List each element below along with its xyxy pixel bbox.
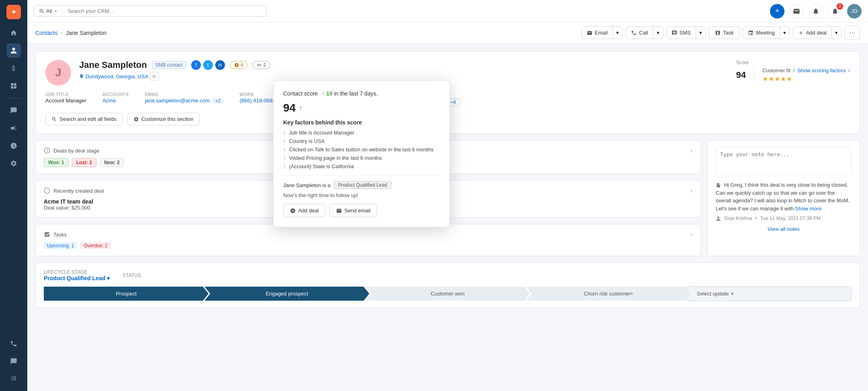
- contact-type-badge: SMB contact: [152, 61, 186, 69]
- call-action-button[interactable]: Call: [626, 27, 653, 39]
- popup-send-email-button[interactable]: Send email: [329, 204, 377, 217]
- lost-badge: Lost: 2: [72, 158, 96, 167]
- factor-5-up-icon: ↑: [283, 163, 286, 169]
- email-value[interactable]: jane.sampleton@acme.com: [145, 98, 210, 104]
- sidebar-icon-contacts[interactable]: [6, 43, 21, 58]
- stage-prospect-button[interactable]: Prospect: [44, 287, 208, 301]
- popup-pql-row: Jane Sampleton is a Product Qualified Le…: [283, 181, 440, 189]
- deals-card-arrow[interactable]: ›: [690, 147, 692, 154]
- factor-4-text: Visited Pricing page in the last 6 month…: [289, 155, 382, 161]
- sms-action-button[interactable]: SMS: [667, 27, 696, 39]
- sidebar-icon-clock[interactable]: [6, 138, 21, 153]
- stage-customer-won-button[interactable]: Customer won: [365, 287, 530, 301]
- more-actions-button[interactable]: ⋯: [845, 26, 860, 40]
- email-action-split: Email ▾: [582, 26, 623, 39]
- score-section: Score 94 Customer fit ℹ Show scoring fac…: [736, 60, 850, 83]
- recent-deal-title: Recently created deal: [53, 188, 104, 194]
- add-deal-action-button[interactable]: Add deal: [793, 27, 832, 39]
- email-action-dropdown[interactable]: ▾: [613, 27, 622, 39]
- stage-churn-risk-button[interactable]: Churn risk customer ▾: [526, 287, 691, 301]
- app-logo[interactable]: ✦: [6, 5, 21, 19]
- search-edit-button[interactable]: Search and edit all fields: [45, 113, 123, 125]
- score-stars: ★★★★★: [762, 75, 850, 83]
- popup-add-deal-button[interactable]: Add deal: [283, 204, 325, 217]
- sidebar-icon-home[interactable]: [6, 26, 21, 40]
- account-value[interactable]: Acme: [102, 98, 129, 104]
- popup-score-header: Contact score ↑ 10 in the last 7 days.: [283, 90, 440, 97]
- task-badges: Upcoming: 1 Overdue: 2: [44, 242, 692, 249]
- linkedin-icon[interactable]: in: [215, 60, 225, 70]
- email-action-label: Email: [595, 30, 608, 36]
- sidebar-icon-grid[interactable]: [6, 372, 21, 386]
- social-icons: f t in: [191, 60, 225, 70]
- meeting-action-label: Meeting: [756, 30, 774, 36]
- stage-select-dropdown[interactable]: Select update ▾: [687, 286, 852, 301]
- sidebar-icon-campaigns[interactable]: [6, 121, 21, 135]
- show-more-link[interactable]: Show more: [795, 206, 822, 212]
- meeting-action-button[interactable]: Meeting: [743, 27, 780, 39]
- view-all-notes-link[interactable]: View all notes: [716, 226, 852, 232]
- lifecycle-card: Lifecycle stage Product Qualified Lead ▾…: [35, 263, 860, 308]
- note-meta: Gopi Krishna • Tue 11 May, 2021 07:38 PM: [716, 216, 852, 221]
- search-filter-dropdown[interactable]: All: [39, 8, 63, 14]
- breadcrumb-contacts[interactable]: Contacts: [35, 30, 57, 36]
- svg-point-1: [44, 188, 49, 193]
- action-buttons: Email ▾ Call ▾ SMS ▾ Task: [582, 26, 860, 40]
- activities-counter[interactable]: 4: [230, 61, 248, 69]
- stage-engaged-button[interactable]: Engaged prospect: [204, 287, 369, 301]
- task-action-button[interactable]: Task: [709, 26, 740, 39]
- user-avatar[interactable]: JD: [847, 4, 862, 18]
- search-edit-label: Search and edit all fields: [59, 116, 116, 122]
- notifications-bell-button[interactable]: [809, 4, 823, 18]
- add-deal-action-dropdown[interactable]: ▾: [832, 27, 841, 39]
- contact-location[interactable]: Dundywood, Georgia, USA ⧉: [79, 72, 720, 81]
- accounts-field: Accounts Acme: [102, 92, 129, 106]
- sms-action-dropdown[interactable]: ▾: [696, 27, 705, 39]
- contact-avatar: J: [45, 60, 71, 86]
- sidebar-icon-chat[interactable]: [6, 354, 21, 369]
- lifecycle-status-label: Status: [123, 273, 141, 278]
- email-action-button[interactable]: Email: [582, 27, 613, 39]
- alerts-button[interactable]: 2: [828, 4, 842, 18]
- stage-engaged: Engaged prospect: [204, 287, 369, 301]
- popup-score-number: 94 ↑: [283, 102, 440, 114]
- sidebar-icon-settings[interactable]: [6, 156, 21, 171]
- deals-card-title: Deals by deal stage: [53, 148, 99, 154]
- show-scoring-factors-link[interactable]: Show scoring factors: [797, 67, 846, 73]
- recent-deal-arrow[interactable]: ›: [690, 187, 692, 194]
- popup-factor-4: ↑ Visited Pricing page in the last 6 mon…: [283, 155, 440, 161]
- customize-section-button[interactable]: Customize this section: [127, 113, 200, 125]
- quick-add-button[interactable]: +: [770, 4, 784, 18]
- sidebar-icon-deals[interactable]: [6, 61, 21, 75]
- copy-location-button[interactable]: ⧉: [150, 72, 159, 81]
- stage-prospect: Prospect: [44, 287, 208, 301]
- lifecycle-stage-value[interactable]: Product Qualified Lead ▾: [44, 275, 110, 281]
- meeting-action-split: Meeting ▾: [743, 26, 789, 39]
- accounts-label: Accounts: [102, 92, 129, 97]
- note-continuation: Let's see if we can manage it with: [716, 206, 794, 212]
- factor-3-up-icon: ↑: [283, 147, 286, 153]
- sidebar-icon-messages[interactable]: [6, 103, 21, 118]
- facebook-icon[interactable]: f: [191, 60, 201, 70]
- links-badge[interactable]: 2: [252, 61, 270, 69]
- add-deal-action-label: Add deal: [806, 30, 827, 36]
- search-input[interactable]: [67, 8, 261, 14]
- email-more-badge[interactable]: +2: [212, 98, 224, 104]
- customize-label: Customize this section: [141, 116, 194, 122]
- factor-2-text: Country is USA: [289, 138, 325, 144]
- customer-fit-info-icon: ℹ: [793, 68, 795, 73]
- popup-factor-2: ↑ Country is USA: [283, 138, 440, 144]
- sidebar-icon-groups[interactable]: [6, 79, 21, 93]
- phone-value[interactable]: (866) 418-0682: [240, 98, 276, 104]
- sidebar-icon-phone[interactable]: [6, 336, 21, 351]
- links-count: 2: [263, 62, 266, 68]
- note-input[interactable]: [716, 147, 852, 175]
- factor-1-up-icon: ↑: [283, 130, 286, 136]
- twitter-icon[interactable]: t: [203, 60, 213, 70]
- meeting-action-dropdown[interactable]: ▾: [780, 27, 789, 39]
- email-button[interactable]: [789, 4, 804, 18]
- stage-customer-won: Customer won: [365, 287, 530, 301]
- tasks-card-arrow[interactable]: ›: [690, 231, 692, 238]
- call-action-dropdown[interactable]: ▾: [654, 27, 663, 39]
- popup-factor-3: ↑ Clicked on Talk to Sales button on web…: [283, 147, 440, 153]
